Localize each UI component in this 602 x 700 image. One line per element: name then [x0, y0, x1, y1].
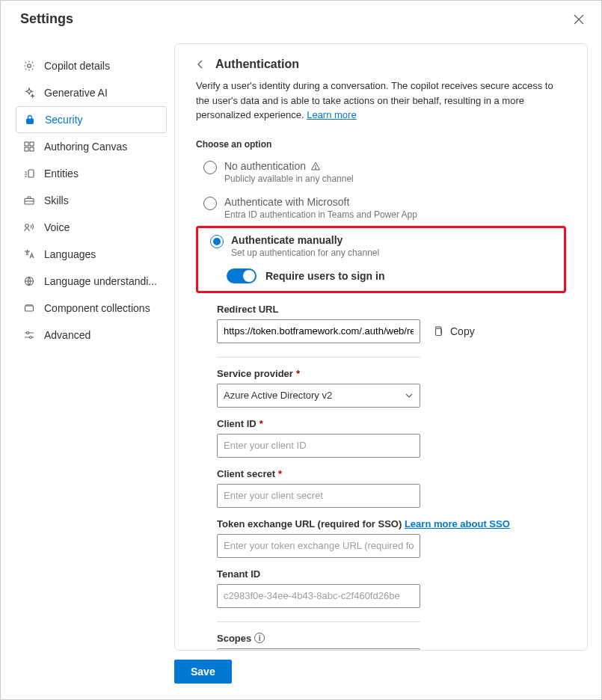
warning-icon: [310, 161, 321, 171]
auth-option-microsoft[interactable]: Authenticate with Microsoft Entra ID aut…: [196, 191, 566, 223]
option-title: Authenticate with Microsoft: [224, 196, 417, 208]
tenant-id-input: [217, 584, 420, 608]
option-sub: Entra ID authentication in Teams and Pow…: [224, 209, 417, 220]
panel-heading: Authentication: [215, 58, 299, 71]
token-exchange-label: Token exchange URL (required for SSO) Le…: [217, 518, 566, 529]
tenant-id-label: Tenant ID: [217, 568, 566, 580]
sidebar-item-label: Component collections: [44, 302, 150, 314]
collections-icon: [23, 302, 35, 314]
service-provider-value: Azure Active Directory v2: [224, 390, 332, 401]
grid-icon: [23, 141, 35, 153]
svg-rect-5: [30, 147, 34, 151]
svg-point-12: [30, 337, 32, 339]
option-title: Authenticate manually: [231, 234, 379, 246]
globe-icon: [23, 275, 35, 287]
svg-rect-10: [25, 306, 34, 311]
sidebar-item-label: Copilot details: [44, 60, 110, 72]
toolbox-icon: [23, 194, 35, 206]
sidebar-item-entities[interactable]: Entities: [16, 160, 167, 187]
voice-icon: [23, 221, 35, 233]
save-button[interactable]: Save: [174, 660, 232, 684]
service-provider-select[interactable]: Azure Active Directory v2: [217, 384, 420, 408]
svg-point-8: [25, 224, 28, 227]
option-sub: Set up authentication for any channel: [231, 248, 379, 258]
close-button[interactable]: [571, 12, 586, 27]
chevron-down-icon: [405, 391, 414, 400]
client-secret-label: Client secret*: [217, 468, 566, 479]
radio-input[interactable]: [203, 161, 217, 174]
sidebar-item-voice[interactable]: Voice: [16, 214, 167, 241]
sidebar-item-language-understanding[interactable]: Language understandi...: [16, 268, 167, 295]
chevron-left-icon: [196, 60, 205, 69]
copy-button[interactable]: Copy: [432, 325, 475, 337]
sidebar-item-label: Language understandi...: [44, 275, 157, 287]
sidebar-item-languages[interactable]: Languages: [16, 241, 167, 268]
require-signin-label: Require users to sign in: [265, 270, 384, 282]
divider: [217, 357, 420, 357]
redirect-url-input[interactable]: [217, 319, 420, 343]
choose-option-label: Choose an option: [196, 139, 566, 150]
sidebar-item-label: Languages: [44, 248, 96, 260]
radio-input[interactable]: [210, 235, 224, 248]
sidebar: Copilot details Generative AI Security A…: [1, 33, 174, 696]
require-signin-toggle[interactable]: [227, 268, 257, 283]
sidebar-item-copilot-details[interactable]: Copilot details: [16, 52, 167, 79]
svg-point-13: [315, 168, 316, 168]
sidebar-item-skills[interactable]: Skills: [16, 187, 167, 214]
sidebar-item-label: Security: [45, 114, 83, 126]
service-provider-label: Service provider*: [217, 368, 566, 379]
svg-rect-1: [27, 119, 34, 124]
close-icon: [574, 14, 584, 25]
divider: [217, 621, 420, 622]
sidebar-item-label: Advanced: [44, 329, 90, 341]
client-id-label: Client ID*: [217, 418, 566, 429]
lock-icon: [24, 114, 36, 126]
highlight-box: Authenticate manually Set up authenticat…: [196, 226, 566, 293]
copy-icon: [432, 325, 444, 337]
token-exchange-input[interactable]: [217, 534, 420, 558]
page-title: Settings: [20, 11, 73, 27]
option-sub: Publicly available in any channel: [224, 174, 354, 184]
svg-rect-2: [25, 142, 28, 146]
scopes-label: Scopes i: [217, 633, 566, 644]
learn-more-link[interactable]: Learn more: [307, 109, 356, 120]
svg-point-0: [28, 64, 31, 68]
sidebar-item-label: Generative AI: [44, 87, 108, 99]
copy-label: Copy: [450, 325, 475, 337]
panel-description: Verify a user's identity during a conver…: [196, 79, 566, 123]
sidebar-item-label: Authoring Canvas: [44, 141, 127, 153]
gear-icon: [23, 60, 35, 72]
sliders-icon: [23, 329, 35, 341]
settings-panel: Authentication Verify a user's identity …: [174, 43, 588, 651]
sidebar-item-advanced[interactable]: Advanced: [16, 322, 167, 349]
svg-rect-6: [28, 170, 34, 177]
languages-icon: [23, 248, 35, 260]
back-button[interactable]: [196, 58, 208, 70]
auth-option-none[interactable]: No authentication Publicly available in …: [196, 156, 566, 187]
radio-input[interactable]: [203, 197, 217, 210]
sidebar-item-label: Skills: [44, 194, 69, 206]
sidebar-item-authoring-canvas[interactable]: Authoring Canvas: [16, 133, 167, 160]
info-icon[interactable]: i: [254, 633, 265, 643]
sidebar-item-label: Voice: [44, 221, 70, 233]
svg-rect-4: [25, 147, 28, 151]
option-title: No authentication: [224, 160, 306, 172]
entities-icon: [23, 168, 35, 179]
svg-point-11: [27, 332, 29, 334]
sidebar-item-label: Entities: [44, 168, 79, 179]
learn-sso-link[interactable]: Learn more about SSO: [405, 518, 510, 529]
client-secret-input[interactable]: [217, 484, 420, 508]
sidebar-item-component-collections[interactable]: Component collections: [16, 295, 167, 322]
auth-option-manual[interactable]: Authenticate manually Set up authenticat…: [203, 230, 559, 261]
sidebar-item-security[interactable]: Security: [16, 106, 167, 133]
sidebar-item-generative-ai[interactable]: Generative AI: [16, 79, 167, 106]
sparkle-icon: [23, 87, 35, 99]
client-id-input[interactable]: [217, 434, 420, 458]
svg-rect-3: [30, 142, 34, 146]
redirect-url-label: Redirect URL: [217, 304, 566, 315]
